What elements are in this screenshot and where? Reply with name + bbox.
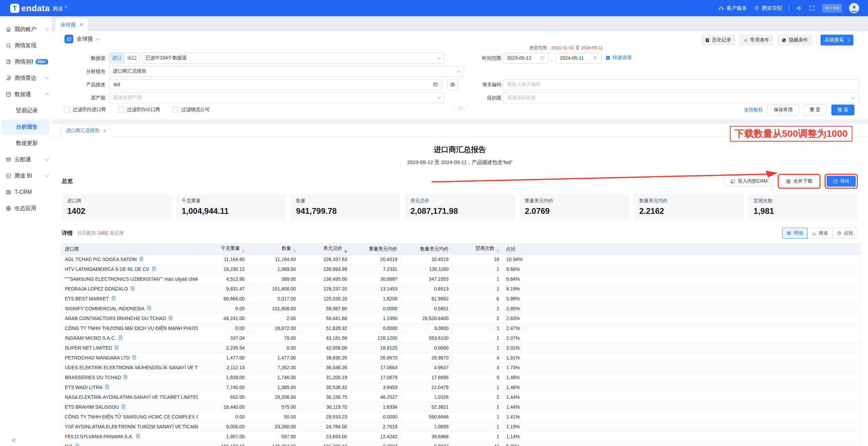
module-selector[interactable]: 全球搜 (64, 35, 99, 43)
hide-conditions-button[interactable]: 隐藏条件 (777, 35, 812, 45)
sidebar-item-cloud-mail[interactable]: 云邮通 (0, 151, 52, 168)
sidebar-collapse-button[interactable]: « (12, 436, 16, 445)
contact-icon[interactable] (139, 257, 144, 261)
importer-name[interactable]: UDES ELEKTRİK ELEKTRONİK MÜHENDİSLİK SAN… (65, 365, 198, 371)
contact-icon[interactable] (136, 434, 140, 439)
sidebar-item-tcrm[interactable]: T-CRM (0, 184, 52, 200)
tab-global-search[interactable]: 全球搜 × (55, 18, 88, 31)
favorite-conditions-button[interactable]: ★ 常用条件 (739, 35, 773, 45)
language-toggle[interactable]: 中 / EN (822, 4, 842, 13)
importer-name[interactable]: N/A (65, 444, 73, 446)
hs-code-input[interactable]: 请输入海关编码 (503, 79, 858, 90)
table-row[interactable]: UDES ELEKTRİK ELEKTRONİK MÜHENDİSLİK SAN… (61, 363, 861, 373)
table-row[interactable]: ETS WADI LITRA 7,740.00 1,385.00 30,536.… (61, 383, 861, 392)
close-icon[interactable]: × (80, 22, 83, 28)
contact-icon[interactable] (147, 306, 151, 311)
importer-name[interactable]: ETS BEST MARKET (65, 296, 109, 302)
importer-name[interactable]: INGRAM MICRO S.A.C. (65, 336, 116, 341)
importer-name[interactable]: AGL TCHAD P/C SOGEA SATOM (65, 257, 137, 262)
col-kg-weight[interactable]: 千克重量 (198, 244, 248, 255)
col-quantity[interactable]: 数量 (248, 244, 300, 255)
table-row[interactable]: PETROCHAD MANGARA LTD 1,477.00 1,477.00 … (61, 353, 861, 363)
table-row[interactable]: BRASSERIES DU TCHAD 1,828.00 1,746.00 31… (61, 373, 861, 383)
tutorial-link[interactable]: 使用教程 (744, 107, 763, 113)
contact-icon[interactable] (105, 385, 109, 389)
importer-name[interactable]: YSF AYDINLATMA ELEKTRONİK TURİZM SANAYİ … (65, 424, 198, 430)
contact-icon[interactable] (111, 296, 116, 301)
datasource-select[interactable]: 已选中104个数据源 (141, 53, 445, 63)
importer-name[interactable]: CÔNG TY TNHH THƯƠNG MẠI DỊCH VỤ ĐIỆN MẠN… (65, 326, 198, 331)
contact-icon[interactable] (130, 286, 135, 291)
importer-name[interactable]: ETS BRAHIM SALISSOU (65, 405, 119, 410)
table-row[interactable]: ETS BEST MARKET 68,666.00 2,017.00 125,0… (61, 294, 861, 304)
sidebar-item-trade-records[interactable]: 贸易记录 (0, 103, 52, 119)
table-row[interactable]: YSF AYDINLATMA ELEKTRONİK TURİZM SANAYİ … (61, 422, 861, 432)
export-toggle[interactable]: 出口 (124, 53, 139, 63)
view-share-button[interactable]: 占比 (832, 228, 858, 239)
contact-icon[interactable] (152, 266, 156, 271)
close-icon[interactable]: × (103, 128, 106, 133)
table-row[interactable]: FEILO SYLVANIA PANAMA S.A. 1,907.00 597.… (61, 432, 861, 442)
table-row[interactable]: NASA ELEKTRİK AYDINLATMA SANAYİ VE TİCAR… (61, 392, 861, 402)
import-toggle[interactable]: 进口 (109, 53, 124, 63)
table-row[interactable]: """SAMSUNG ELECTRONICS UZBEKISTAN"" mas`… (61, 274, 861, 284)
dest-country-select[interactable]: 请选择目的国 (503, 92, 858, 103)
importer-name[interactable]: SIGNIFY COMMERCIAL INDONESIA (65, 306, 145, 312)
export-button[interactable]: 导出 (827, 176, 856, 187)
sidebar-item-data-update[interactable]: 数据更新 (0, 135, 52, 151)
table-row[interactable]: INGRAM MICRO S.A.C. 337.04 78.00 43,181.… (61, 333, 861, 343)
importer-name[interactable]: SUPER NET LIMITED (65, 346, 112, 351)
view-ranking-button[interactable]: 排名 (807, 228, 833, 239)
import-to-crm-button[interactable]: 导入内部CRM (724, 176, 774, 187)
sort-icon-active[interactable] (344, 249, 347, 253)
contact-icon[interactable] (123, 375, 128, 379)
contact-icon[interactable] (114, 345, 119, 350)
sort-icon[interactable] (242, 249, 245, 253)
view-detail-button[interactable]: 明细 (782, 228, 808, 239)
sort-icon[interactable] (496, 249, 499, 253)
checkbox-filter-blank-exporter[interactable]: 过滤空白出口商 (118, 107, 160, 113)
customer-service-link[interactable]: 客户服务 (718, 5, 747, 12)
sidebar-item-bi[interactable]: BI 腾道 BI (0, 168, 52, 184)
history-button[interactable]: 历史记录 (701, 35, 735, 45)
table-row[interactable]: SIGNIFY COMMERCIAL INDONESIA 0.00 101,80… (61, 304, 861, 314)
importer-name[interactable]: PETROCHAD MANGARA LTD (65, 355, 130, 361)
tab-importer-summary-report[interactable]: 进口商汇总报告 × (61, 125, 111, 136)
advanced-search-button[interactable]: 高级搜索 (820, 35, 853, 45)
sidebar-item-radar[interactable]: 商情雷达 (0, 70, 52, 86)
contact-icon[interactable] (118, 335, 123, 340)
sidebar-item-discovery[interactable]: 商情发现 (0, 37, 52, 54)
quick-options-link[interactable]: 快捷选项 (605, 55, 631, 61)
sidebar-item-analysis-report[interactable]: 分析报告 (2, 119, 50, 134)
sidebar-item-eco-apps[interactable]: 生态应用 (0, 200, 52, 217)
contact-icon[interactable] (168, 316, 173, 320)
start-date-input[interactable]: 2023-05-12 (503, 53, 549, 63)
academy-link[interactable]: 腾道学院 (754, 5, 782, 12)
checkbox-filter-logistics[interactable]: 过滤物流公司 (172, 107, 210, 113)
table-row[interactable]: CÔNG TY TNHH ĐIỆN TỬ SAMSUNG HCMC CE COM… (61, 412, 861, 422)
sidebar-item-my-account[interactable]: 我的账户 (0, 21, 52, 37)
table-row[interactable]: PEDRAJA LOPEZ GONZALO 9,831.47 151,808.0… (61, 284, 861, 294)
sort-icon[interactable] (293, 249, 296, 253)
reset-button[interactable]: 重 置 (804, 105, 827, 115)
end-date-input[interactable]: 2024-05-11 (556, 53, 602, 63)
search-button[interactable]: 搜 索 (831, 105, 854, 115)
table-row[interactable]: N/A 166,163.18 145,394.32 131,389.10 0.7… (61, 442, 861, 446)
announcement-icon[interactable] (796, 5, 802, 11)
col-trade-count[interactable]: 贸易次数 (452, 244, 503, 255)
camera-icon[interactable] (447, 79, 458, 90)
importer-name[interactable]: CÔNG TY TNHH ĐIỆN TỬ SAMSUNG HCMC CE COM… (65, 414, 198, 420)
table-row[interactable]: CÔNG TY TNHH THƯƠNG MẠI DỊCH VỤ ĐIỆN MẠN… (61, 323, 861, 333)
importer-name[interactable]: PEDRAJA LOPEZ GONZALO (65, 286, 128, 292)
importer-name[interactable]: HTV LATINOAMERICA S DE RL DE CV (65, 267, 149, 272)
contact-icon[interactable] (132, 355, 136, 360)
table-row[interactable]: AGL TCHAD P/C SOGEA SATOM 11,164.60 11,1… (61, 255, 861, 264)
sidebar-item-datapass[interactable]: 数据通 (0, 86, 52, 103)
importer-name[interactable]: """SAMSUNG ELECTRONICS UZBEKISTAN"" mas`… (65, 277, 198, 282)
table-row[interactable]: HTV LATINOAMERICA S DE RL DE CV 19,230.1… (61, 264, 861, 274)
sidebar-item-insight[interactable]: 商情洞察 PRO (0, 54, 52, 70)
table-row[interactable]: ETS BRAHIM SALISSOU 18,440.00 575.00 30,… (61, 402, 861, 412)
report-type-select[interactable]: 进口商汇总报告 (109, 66, 464, 77)
product-desc-input[interactable] (113, 81, 433, 88)
contact-icon[interactable] (121, 404, 126, 409)
